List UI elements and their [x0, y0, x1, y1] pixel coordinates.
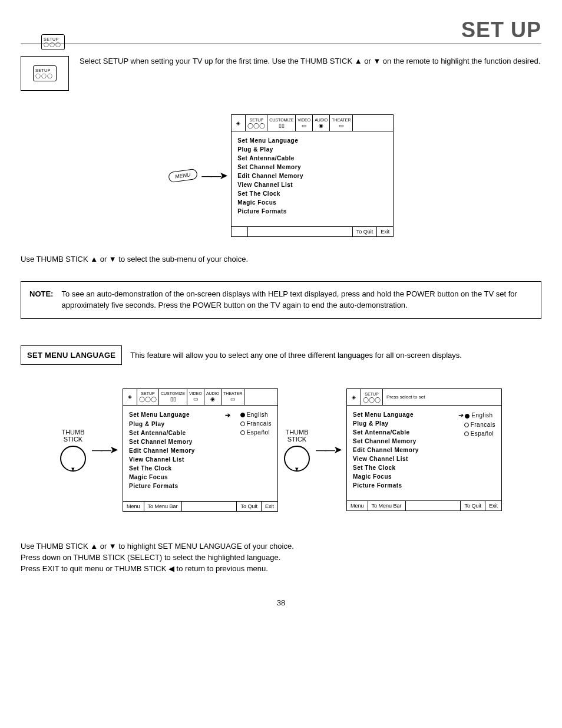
osd-item: Plug & Play: [353, 419, 450, 428]
tab-theater: THEATER▭: [330, 115, 353, 131]
arrow-right-icon: ——➤: [201, 169, 226, 182]
osd-lang-1: ◈ SETUP◯◯◯ CUSTOMIZE▯▯ VIDEO▭ AUDIO◉ THE…: [123, 388, 278, 512]
osd-item: Set The Clock: [353, 463, 450, 472]
osd-item: Magic Focus: [129, 473, 232, 482]
osd-lang-2: ◈ SETUP◯◯◯ Press select to set Set Menu …: [346, 388, 502, 511]
section-label: SET MENU LANGUAGE: [21, 345, 122, 365]
footer-to-quit: To Quit: [353, 227, 378, 236]
osd-item: Picture Formats: [237, 207, 387, 216]
tab-setup: SETUP◯◯◯: [361, 389, 383, 405]
footer-menubar: To Menu Bar: [144, 502, 182, 511]
osd-item: Set Channel Memory: [237, 163, 387, 172]
osd-item: Set Antenna/Cable: [353, 428, 450, 437]
tab-customize: CUSTOMIZE▯▯: [159, 389, 187, 405]
lang-option-francais: Francais: [458, 420, 495, 429]
osd-item: Plug & Play: [129, 420, 232, 429]
lang-option-espanol: Español: [458, 429, 495, 438]
osd-item: Set Menu Language: [353, 410, 450, 419]
osd-item: Edit Channel Memory: [237, 172, 387, 180]
badge-label: SETUP: [44, 37, 59, 41]
osd-item: Picture Formats: [129, 482, 232, 490]
osd-main: ◈ SETUP◯◯◯ CUSTOMIZE▯▯ VIDEO▭ AUDIO◉ THE…: [231, 114, 394, 237]
footer-to-quit: To Quit: [461, 501, 485, 510]
osd-item: Set Channel Memory: [353, 437, 450, 446]
tab-video: VIDEO▭: [296, 115, 313, 131]
hint-text: Press select to set: [383, 389, 501, 405]
tab-thumbstick-icon: ◈: [123, 389, 137, 405]
lang-option-espanol: Español: [240, 428, 272, 437]
footer-exit: Exit: [262, 502, 277, 511]
lang-option-francais: Francais: [240, 419, 272, 428]
arrow-right-icon: ——➤: [316, 443, 340, 456]
tab-thumbstick-icon: ◈: [232, 115, 246, 131]
thumbstick-ring-icon: [60, 446, 86, 472]
footer-exit: Exit: [377, 227, 393, 236]
menu-button-label: MENU: [168, 169, 198, 183]
thumbstick-ring-icon: [284, 446, 310, 472]
lang-option-english-selected: ➔English: [458, 410, 495, 420]
sub-instruction: Use THUMB STICK ▲ or ▼ to select the sub…: [21, 255, 541, 263]
osd-item: Set Menu Language: [237, 136, 387, 145]
osd-item: Plug & Play: [237, 145, 387, 154]
osd-item: Edit Channel Memory: [353, 446, 450, 454]
intro-text: Select SETUP when setting your TV up for…: [80, 56, 541, 67]
footer-exit: Exit: [485, 501, 501, 510]
tab-setup: SETUP◯◯◯: [137, 389, 159, 405]
osd-item: Set Antenna/Cable: [129, 429, 232, 437]
osd-item: Edit Channel Memory: [129, 446, 232, 455]
tab-video: VIDEO▭: [187, 389, 204, 405]
page-title: SET UP: [21, 18, 541, 44]
tab-setup: SETUP◯◯◯: [246, 115, 267, 131]
thumbstick-label-left: THUMB STICK: [60, 429, 86, 471]
final-instructions: Use THUMB STICK ▲ or ▼ to highlight SET …: [21, 541, 541, 575]
note-label: NOTE:: [29, 289, 53, 311]
setup-badge-corner: SETUP ◯◯◯: [41, 34, 65, 50]
osd-item: Picture Formats: [353, 481, 450, 490]
osd-item: Set Menu Language➔: [129, 410, 232, 420]
tab-audio: AUDIO◉: [313, 115, 330, 131]
tab-theater: THEATER▭: [222, 389, 244, 405]
note-box: NOTE: To see an auto-demonstration of th…: [21, 281, 541, 319]
badge-label-2: SETUP: [35, 68, 51, 73]
footer-menubar: To Menu Bar: [368, 501, 406, 510]
osd-item: Set The Clock: [237, 189, 387, 198]
lang-option-english: English: [240, 410, 272, 419]
osd-item: Set The Clock: [129, 464, 232, 473]
osd-item: Set Channel Memory: [129, 437, 232, 446]
osd-item: View Channel List: [237, 180, 387, 189]
section-text: This feature will allow you to select an…: [130, 351, 462, 360]
tab-customize: CUSTOMIZE▯▯: [267, 115, 296, 131]
note-text: To see an auto-demonstration of the on-s…: [61, 289, 533, 311]
osd-item: View Channel List: [353, 454, 450, 463]
tab-audio: AUDIO◉: [204, 389, 222, 405]
osd-item: Set Antenna/Cable: [237, 154, 387, 163]
footer-menu: Menu: [347, 501, 368, 510]
tab-thumbstick-icon: ◈: [347, 389, 361, 405]
arrow-right-icon: ——➤: [92, 443, 117, 456]
osd-item: View Channel List: [129, 455, 232, 464]
osd-item: Magic Focus: [353, 472, 450, 481]
osd-item: Magic Focus: [237, 198, 387, 207]
thumbstick-label-right: THUMB STICK: [284, 429, 310, 471]
setup-badge-box: SETUP ◯◯◯: [21, 56, 69, 91]
footer-to-quit: To Quit: [237, 502, 262, 511]
footer-menu: Menu: [123, 502, 144, 511]
page-number: 38: [21, 598, 541, 607]
